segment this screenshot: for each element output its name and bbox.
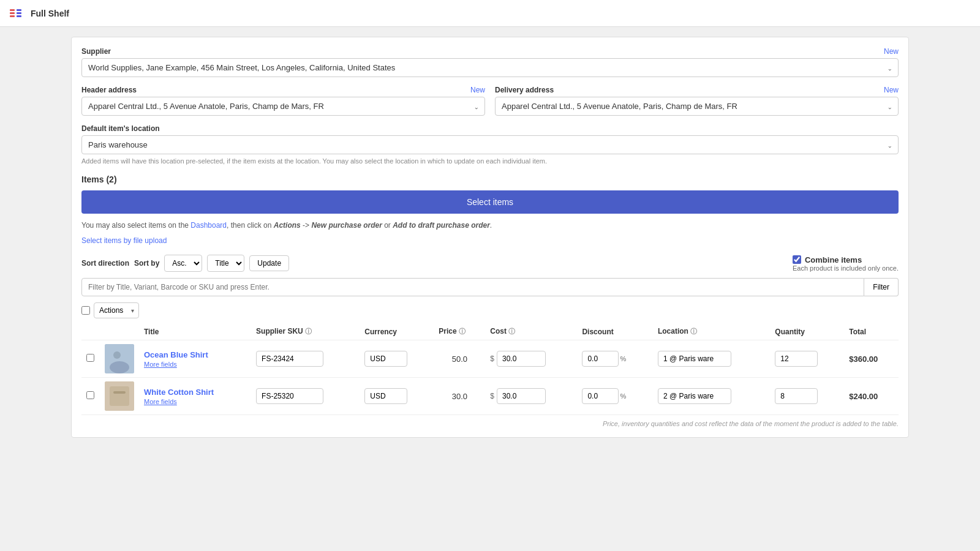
location-input-1[interactable] [658,388,731,404]
items-header: Items (2) [81,174,899,184]
col-price: Price ⓘ [434,323,485,340]
col-currency: Currency [360,323,434,340]
delivery-address-select[interactable]: Apparel Central Ltd., 5 Avenue Anatole, … [495,97,899,116]
delivery-address-select-wrapper: Apparel Central Ltd., 5 Avenue Anatole, … [495,97,899,116]
file-upload-link[interactable]: Select items by file upload [81,236,167,245]
header-address-label: Header address New [81,86,485,94]
currency-input-0[interactable] [364,351,407,367]
supplier-sku-input-0[interactable] [256,351,323,367]
actions-select-wrapper: Actions [94,302,139,318]
discount-percent-1: % [620,392,626,400]
address-row: Header address New Apparel Central Ltd.,… [81,86,899,116]
actions-select-all-checkbox[interactable] [81,306,90,315]
items-table: Title Supplier SKU ⓘ Currency Price ⓘ Co… [81,323,899,415]
supplier-label: Supplier New [81,47,899,56]
more-fields-link-0[interactable]: More fields [144,361,246,368]
supplier-select[interactable]: World Supplies, Jane Example, 456 Main S… [81,58,899,77]
col-cost: Cost ⓘ [485,323,577,340]
location-info-icon: ⓘ [690,328,697,335]
currency-input-1[interactable] [364,388,407,404]
items-section: Items (2) Select items You may also sele… [81,174,899,427]
dashboard-link[interactable]: Dashboard [190,221,227,230]
quantity-input-1[interactable] [775,388,818,404]
row-checkbox-0[interactable] [86,354,94,362]
filter-input[interactable] [81,278,864,296]
combine-items-checkbox[interactable] [793,255,801,264]
header-address-select-wrapper: Apparel Central Ltd., 5 Avenue Anatole, … [81,97,485,116]
cost-dollar-0: $ [490,354,494,363]
app-header: Full Shelf [0,0,980,27]
table-header-row: Title Supplier SKU ⓘ Currency Price ⓘ Co… [81,323,899,340]
main-content: Supplier New World Supplies, Jane Exampl… [61,27,919,457]
actions-select[interactable]: Actions [94,302,139,318]
filter-button[interactable]: Filter [864,278,899,296]
col-quantity: Quantity [770,323,844,340]
discount-input-0[interactable] [582,351,619,367]
col-discount: Discount [577,323,653,340]
svg-rect-5 [17,15,21,17]
sort-direction-select[interactable]: Asc. [164,255,202,272]
total-cell-1: $240.00 [844,378,899,415]
svg-rect-1 [10,12,15,14]
dashboard-note: You may also select items on the Dashboa… [81,220,899,231]
total-cell-0: $360.00 [844,340,899,378]
col-supplier-sku: Supplier SKU ⓘ [251,323,360,340]
supplier-row: Supplier New World Supplies, Jane Exampl… [81,47,899,77]
default-location-select[interactable]: Paris warehouse [81,135,899,154]
combine-items-label: Combine items [805,255,862,264]
product-thumb-1 [105,381,134,411]
svg-rect-11 [113,391,126,394]
combine-items-sub: Each product is included only once. [793,264,899,272]
app-title: Full Shelf [31,9,69,18]
cost-dollar-1: $ [490,392,494,400]
svg-rect-0 [10,9,15,11]
more-fields-link-1[interactable]: More fields [144,398,246,405]
delivery-address-new-link[interactable]: New [884,86,899,94]
svg-rect-3 [17,9,21,11]
col-total: Total [844,323,899,340]
supplier-sku-info-icon: ⓘ [305,328,312,335]
actions-row: Actions [81,302,899,318]
svg-point-8 [110,361,129,373]
purchase-order-form: Supplier New World Supplies, Jane Exampl… [71,37,909,438]
select-items-button[interactable]: Select items [81,190,899,214]
header-address-select[interactable]: Apparel Central Ltd., 5 Avenue Anatole, … [81,97,485,116]
delivery-address-label: Delivery address New [495,86,899,94]
logo-icon [10,8,27,19]
svg-point-7 [113,351,121,359]
price-info-icon: ⓘ [459,328,466,335]
cost-input-1[interactable] [497,388,546,404]
svg-rect-10 [110,386,129,406]
sort-row: Sort direction Sort by Asc. Title Update… [81,255,899,272]
update-button[interactable]: Update [249,255,289,271]
row-checkbox-1[interactable] [86,391,94,399]
filter-row: Filter [81,278,899,296]
col-location: Location ⓘ [653,323,770,340]
quantity-input-0[interactable] [775,351,818,367]
cost-info-icon: ⓘ [508,328,515,335]
product-thumb-0 [105,344,134,373]
default-location-label: Default item's location [81,124,899,133]
product-title-1[interactable]: White Cotton Shirt [144,388,214,397]
product-title-0[interactable]: Ocean Blue Shirt [144,350,208,359]
supplier-sku-input-1[interactable] [256,388,323,404]
table-row: White Cotton Shirt More fields 30.0 $ % [81,378,899,415]
default-location-select-wrapper: Paris warehouse [81,135,899,154]
svg-rect-4 [17,12,21,14]
discount-percent-0: % [620,355,626,362]
location-hint: Added items will have this location pre-… [81,157,899,166]
app-logo: Full Shelf [10,8,69,19]
table-row: Ocean Blue Shirt More fields 50.0 $ % $ [81,340,899,378]
sort-direction-label: Sort direction [81,259,129,268]
combine-items: Combine items Each product is included o… [793,255,899,272]
sort-by-label: Sort by [134,259,159,268]
discount-input-1[interactable] [582,388,619,404]
supplier-select-wrapper: World Supplies, Jane Example, 456 Main S… [81,58,899,77]
sort-by-select[interactable]: Title [207,255,244,272]
location-input-0[interactable] [658,351,731,367]
supplier-new-link[interactable]: New [884,47,899,56]
price-note: Price, inventory quantities and cost ref… [81,420,899,427]
default-location-row: Default item's location Paris warehouse … [81,124,899,166]
cost-input-0[interactable] [497,351,546,367]
header-address-new-link[interactable]: New [470,86,485,94]
